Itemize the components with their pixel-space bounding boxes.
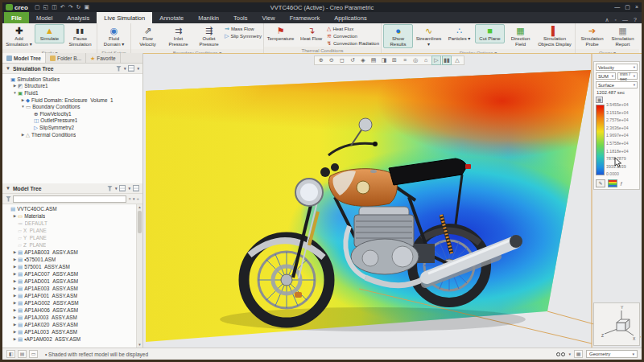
ribbon-tab[interactable]: Model bbox=[29, 12, 60, 23]
model-tree-item[interactable]: ▶ ▤ AP1AH006_ASSY.ASM bbox=[2, 306, 136, 314]
user-icon[interactable]: ◦ bbox=[615, 17, 617, 23]
filter-caret-icon[interactable]: ▾ bbox=[124, 66, 126, 71]
model-tree-item[interactable]: ▶ ▤ AP1AB003_ASSY.ASM bbox=[2, 249, 136, 256]
graphics-toolbar-icon[interactable]: △ bbox=[452, 56, 462, 64]
orientation-triad-panel[interactable]: Y X Z bbox=[593, 302, 640, 346]
close-button[interactable]: × bbox=[635, 4, 638, 10]
model-tree-item[interactable]: ▶ ▤ AP1AC007_ASSY.ASM bbox=[2, 270, 136, 278]
expand-arrow-icon[interactable]: ▶ bbox=[12, 214, 18, 218]
ribbon-tab[interactable]: Live Simulation bbox=[97, 12, 152, 23]
expand-arrow-icon[interactable]: ▶ bbox=[12, 308, 18, 312]
legend-options-icon[interactable] bbox=[608, 179, 617, 187]
model-tree-item[interactable]: ▶ ▤ AP1AG002_ASSY.ASM bbox=[2, 299, 136, 306]
graphics-viewport[interactable]: ⊕⊖◻↺◈▤◨⊞≡◎⌂▷▮▮△ Velocity▾ SUM▾ mm / sec▾… bbox=[143, 53, 642, 348]
ribbon-button[interactable]: ∿Streamlines ▾ bbox=[414, 24, 444, 48]
filter-caret-icon[interactable]: ▾ bbox=[115, 186, 118, 191]
ribbon-button[interactable]: ↴Heat Flow bbox=[296, 24, 326, 43]
ribbon-small-button[interactable]: △Heat Flux bbox=[327, 26, 379, 31]
windows-icon[interactable]: ▣ bbox=[84, 3, 89, 11]
ribbon-button[interactable]: ▲Simulate bbox=[35, 24, 64, 43]
graphics-toolbar-icon[interactable]: ◻ bbox=[337, 56, 347, 64]
search-caret-icon[interactable]: ▾ bbox=[133, 196, 135, 201]
collapse-icon[interactable]: — bbox=[622, 17, 628, 23]
expand-arrow-icon[interactable]: ▶ bbox=[12, 337, 18, 341]
expand-arrow-icon[interactable]: ▶ bbox=[12, 250, 18, 254]
ribbon-tab[interactable]: Applications bbox=[327, 12, 374, 23]
model-tree-item[interactable]: ▶ ▭ Materials bbox=[2, 212, 136, 220]
new-file-icon[interactable]: ▢ bbox=[35, 3, 40, 11]
tab-favorites[interactable]: ★Favorite bbox=[86, 53, 121, 63]
collapse-caret-icon[interactable]: ▼ bbox=[6, 186, 10, 191]
ribbon-button[interactable]: ●Show Results bbox=[383, 24, 413, 48]
filter-icon[interactable] bbox=[116, 66, 122, 72]
model-tree-search-input[interactable] bbox=[13, 195, 126, 203]
ribbon-tab[interactable]: Annotate bbox=[152, 12, 191, 23]
scroll-up-icon[interactable]: ▲ bbox=[137, 204, 142, 210]
tree-columns-icon[interactable] bbox=[133, 185, 139, 191]
model-tree-item[interactable]: ≔ DEFAULT bbox=[2, 220, 136, 227]
model-tree-scrollbar[interactable]: ▲ ▼ bbox=[136, 204, 142, 348]
model-tree-item[interactable]: ▶ ▤ •AP1AM002_ASSY.ASM bbox=[2, 335, 136, 343]
expand-arrow-icon[interactable]: ▶ bbox=[12, 257, 18, 261]
simulation-tree-item[interactable]: ◫ OutletPressure1 bbox=[2, 117, 142, 125]
model-tree-item[interactable]: ▶ ▤ AP1AK020_ASSY.ASM bbox=[2, 321, 136, 328]
legend-unit-select[interactable]: mm / sec▾ bbox=[617, 72, 638, 80]
legend-field-select[interactable]: Velocity▾ bbox=[596, 64, 638, 71]
graphics-toolbar-icon[interactable]: ◎ bbox=[411, 56, 420, 64]
probe-pick-icon[interactable]: ✎ bbox=[596, 179, 605, 187]
search-caret-icon[interactable]: ▾ bbox=[568, 352, 571, 356]
model-tree-item[interactable]: ▶ ▤ •575001.ASM bbox=[2, 256, 136, 263]
expand-arrow-icon[interactable]: ▶ bbox=[12, 294, 18, 298]
minimize-button[interactable]: — bbox=[614, 4, 620, 10]
ribbon-button[interactable]: ➔Simulation Probe bbox=[577, 24, 607, 48]
expand-arrow-icon[interactable]: ▶ bbox=[20, 98, 26, 102]
scroll-down-icon[interactable]: ▼ bbox=[137, 342, 142, 348]
model-tree-toggle-icon[interactable]: ◧ bbox=[6, 350, 15, 358]
model-tree-item[interactable]: ▱ Z_PLANE bbox=[2, 241, 136, 249]
ribbon-tab[interactable]: Analysis bbox=[60, 12, 97, 23]
simulation-tree-item[interactable]: ⊕ FlowVelocity1 bbox=[2, 110, 142, 117]
ribbon-button[interactable]: ⇗Flow Velocity bbox=[133, 24, 163, 48]
scrollbar-thumb[interactable] bbox=[138, 211, 142, 233]
simulation-tree-item[interactable]: ▶ △ Thermal Conditions bbox=[2, 131, 142, 138]
notifications-icon[interactable]: ▭ bbox=[29, 350, 38, 358]
ribbon-small-button[interactable]: ⇒Mass Flow bbox=[225, 26, 262, 31]
graphics-toolbar-icon[interactable]: ⌂ bbox=[421, 56, 431, 64]
model-tree-item[interactable]: ▶ ▤ AP1AL003_ASSY.ASM bbox=[2, 328, 136, 335]
model-tree-item[interactable]: ▶ ▤ AP1AF001_ASSY.ASM bbox=[2, 292, 136, 299]
ribbon-tab[interactable]: Tools bbox=[226, 12, 255, 23]
legend-scale-button[interactable]: ▦ bbox=[596, 97, 603, 103]
ribbon-tab[interactable]: Framework bbox=[283, 12, 328, 23]
simulation-tree-item[interactable]: ▣ Simulation Studies bbox=[2, 76, 142, 83]
tab-model-tree[interactable]: Model Tree bbox=[2, 53, 46, 63]
search-icon[interactable] bbox=[556, 352, 565, 356]
simulation-tree-item[interactable]: ▷ SlipSymmetry2 bbox=[2, 124, 142, 131]
graphics-toolbar-icon[interactable]: ≡ bbox=[400, 56, 410, 64]
legend-display-select[interactable]: Surface▾ bbox=[596, 81, 638, 88]
expand-arrow-icon[interactable]: ▶ bbox=[12, 265, 18, 269]
graphics-toolbar-icon[interactable]: ▤ bbox=[369, 56, 378, 64]
ribbon-button[interactable]: ▦Simulation Report bbox=[608, 24, 638, 48]
add-filter-icon[interactable]: + bbox=[136, 196, 139, 201]
ribbon-button[interactable]: ▌Simulation Objects Display bbox=[536, 24, 573, 48]
expand-arrow-icon[interactable]: ▶ bbox=[20, 133, 26, 137]
ribbon-button[interactable]: ⇉Inlet Pressure bbox=[163, 24, 193, 48]
graphics-toolbar-icon[interactable]: ⊞ bbox=[390, 56, 399, 64]
ribbon-button[interactable]: ◉Fluid Domain ▾ bbox=[99, 24, 129, 48]
expand-arrow-icon[interactable]: ▶ bbox=[12, 323, 18, 327]
undo-icon[interactable]: ↶ bbox=[60, 3, 65, 11]
legend-aggregate-select[interactable]: SUM▾ bbox=[596, 72, 616, 80]
ribbon-tab[interactable]: File bbox=[4, 12, 29, 23]
save-icon[interactable]: ◫ bbox=[52, 3, 57, 11]
clear-search-icon[interactable]: × bbox=[128, 196, 131, 201]
ribbon-button[interactable]: ▮▮Pause Simulation bbox=[65, 24, 95, 48]
tab-folder-browser[interactable]: Folder B... bbox=[46, 53, 86, 63]
model-tree-item[interactable]: ▶ ▤ AP1AD001_ASSY.ASM bbox=[2, 278, 136, 285]
simulation-tree-item[interactable]: ▶ ◩ Structure1 bbox=[2, 83, 142, 90]
graphics-toolbar-icon[interactable]: ⊖ bbox=[327, 56, 336, 64]
ribbon-button[interactable]: ■Cut Plane bbox=[475, 24, 505, 43]
settings-caret-icon[interactable]: ▾ bbox=[128, 186, 130, 191]
expand-arrow-icon[interactable]: ▶ bbox=[12, 286, 18, 290]
minimize-ribbon-icon[interactable]: ∧ bbox=[605, 17, 609, 23]
expand-arrow-icon[interactable]: ▶ bbox=[12, 279, 18, 283]
